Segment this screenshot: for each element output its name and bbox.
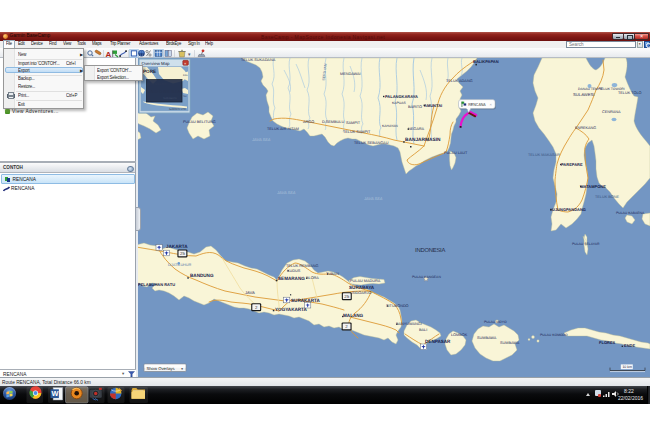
svg-text:ENDE: ENDE (624, 343, 635, 348)
svg-text:10 km: 10 km (622, 365, 632, 369)
svg-text:KALIMANTAN: KALIMANTAN (149, 82, 167, 86)
svg-text:▾: ▾ (188, 50, 191, 56)
svg-text:PULAU KOMODO: PULAU KOMODO (540, 333, 568, 337)
svg-text:JAVA SEA: JAVA SEA (363, 196, 383, 201)
svg-text:SAMPIT: SAMPIT (346, 121, 361, 125)
svg-text:AMUNTAI: AMUNTAI (424, 103, 442, 108)
svg-text:TELUK REMBANG: TELUK REMBANG (286, 264, 319, 268)
svg-text:INDONESIA: INDONESIA (415, 247, 446, 254)
svg-text:BALI: BALI (419, 328, 427, 332)
svg-text:TELUK SAMPIT: TELUK SAMPIT (343, 130, 371, 134)
svg-text:PULAU KABAENA: PULAU KABAENA (616, 211, 645, 215)
svg-text:SUMBAWA: SUMBAWA (500, 341, 520, 345)
svg-text:TELUK SEBANGAU: TELUK SEBANGAU (354, 141, 389, 145)
svg-text:TELUK AIR HITAM: TELUK AIR HITAM (267, 127, 299, 131)
svg-text:FLORES: FLORES (599, 340, 616, 345)
svg-text:PULAU BELITUNG: PULAU BELITUNG (183, 120, 216, 124)
svg-text:JAVA SEA: JAVA SEA (276, 190, 296, 195)
svg-text:25: 25 (344, 294, 349, 299)
svg-text:SIDOARJO: SIDOARJO (352, 291, 371, 295)
svg-text:D.SEMBULU: D.SEMBULU (322, 120, 344, 124)
svg-text:MENDAWAI: MENDAWAI (340, 72, 361, 76)
svg-text:JAVA SEA: JAVA SEA (251, 137, 271, 142)
svg-text:BLORA: BLORA (306, 276, 319, 280)
svg-text:SEMARANG: SEMARANG (278, 276, 305, 281)
svg-text:PULAU MOYO: PULAU MOYO (484, 320, 507, 324)
svg-text:PULAU MADURA: PULAU MADURA (350, 279, 381, 283)
svg-text:BARITO: BARITO (408, 105, 422, 109)
svg-text:TELUK TOLO: TELUK TOLO (618, 91, 642, 95)
svg-text:SU: SU (183, 95, 187, 98)
svg-text:PULAU SELAYAR: PULAU SELAYAR (572, 242, 600, 246)
svg-text:ARGO: ARGO (303, 120, 314, 124)
svg-text:UJUNGPANDANG: UJUNGPANDANG (552, 207, 586, 212)
svg-text:TELUK SUKADANA: TELUK SUKADANA (241, 58, 276, 62)
svg-text:JAVA: JAVA (245, 290, 255, 295)
svg-text:BANJARMASIN: BANJARMASIN (405, 137, 441, 143)
svg-text:KUDUS: KUDUS (287, 269, 301, 273)
svg-text:CENRANA: CENRANA (602, 110, 621, 114)
svg-text:PULAU LAUT: PULAU LAUT (444, 151, 468, 155)
svg-text:INDONESIA: INDONESIA (149, 89, 181, 94)
svg-text:BANYUWANGI: BANYUWANGI (396, 322, 422, 326)
svg-text:▼: ▼ (181, 367, 184, 371)
svg-text:KAPUAS: KAPUAS (392, 101, 406, 105)
svg-text:YOGYAKARTA: YOGYAKARTA (275, 307, 308, 312)
svg-text:Overview Map: Overview Map (142, 61, 171, 66)
svg-text:25: 25 (180, 251, 185, 256)
svg-text:NEGARA: NEGARA (408, 127, 425, 131)
svg-text:PAREPARE: PAREPARE (561, 162, 583, 167)
svg-text:PELABUHAN RATU: PELABUHAN RATU (138, 282, 175, 287)
svg-text:GARMIN LTD: GARMIN LTD (169, 107, 186, 111)
svg-text:MALANG: MALANG (343, 313, 364, 318)
svg-text:SURABAYA: SURABAYA (163, 97, 177, 100)
svg-text:ENREKANG: ENREKANG (575, 126, 596, 130)
svg-text:JAKARTA: JAKARTA (166, 244, 188, 249)
svg-text:DENPASAR: DENPASAR (425, 339, 451, 344)
svg-text:Show Overlays: Show Overlays (147, 366, 175, 371)
svg-text:TELUK MAKASAR: TELUK MAKASAR (528, 153, 560, 157)
svg-text:KAHAYAN: KAHAYAN (382, 124, 398, 128)
svg-text:SURABAYA: SURABAYA (349, 285, 375, 290)
svg-text:SULAWESI: SULAWESI (573, 92, 595, 97)
svg-text:RENCANA: RENCANA (468, 102, 486, 107)
svg-text:TELUK BONE: TELUK BONE (595, 195, 620, 199)
svg-text:BANDUNG: BANDUNG (190, 273, 214, 278)
svg-text:WATAMPONE: WATAMPONE (580, 184, 606, 189)
svg-text:SITUBONDO: SITUBONDO (386, 304, 409, 308)
svg-text:SUMBAWA: SUMBAWA (477, 336, 497, 340)
svg-text:PORE: PORE (143, 69, 156, 74)
svg-text:A: A (106, 49, 112, 58)
svg-text:PALANGKARAYA: PALANGKARAYA (385, 94, 418, 99)
svg-text:TELUK ADANG: TELUK ADANG (446, 79, 473, 83)
svg-text:BALIKPAPAN: BALIKPAPAN (473, 59, 499, 64)
svg-text:KAL: KAL (183, 74, 188, 77)
svg-text:W: W (51, 389, 58, 398)
svg-text:LOMBOK: LOMBOK (451, 333, 468, 337)
